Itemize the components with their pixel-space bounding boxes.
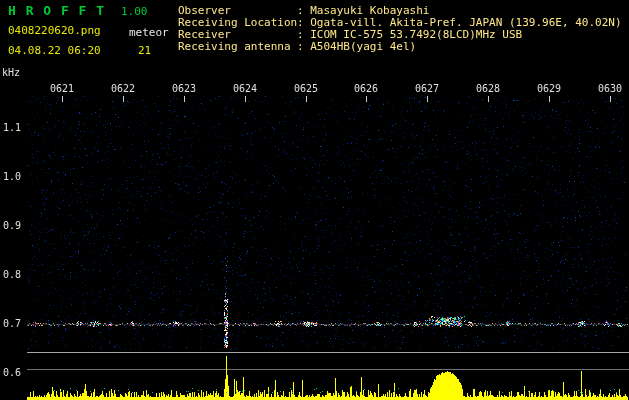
x-tick-0625: 0625 <box>293 83 319 94</box>
x-tick-0622: 0622 <box>110 83 136 94</box>
y-tick-0.9: 0.9 <box>3 220 21 231</box>
station-info-value: : A504HB(yagi 4el) <box>297 41 416 53</box>
hrofft-window: H R O F F T 1.00 0408220620.png meteor 0… <box>0 0 629 400</box>
station-info-row: Receiving antenna: A504HB(yagi 4el) <box>178 41 622 53</box>
observation-datetime: 04.08.22 06:20 <box>8 44 101 57</box>
x-tick-0630: 0630 <box>597 83 623 94</box>
station-info-label: Receiving antenna <box>178 41 297 53</box>
x-tick-0626: 0626 <box>353 83 379 94</box>
y-tick-1.1: 1.1 <box>3 122 21 133</box>
y-axis-unit-label: kHz <box>2 67 20 78</box>
x-tick-0623: 0623 <box>171 83 197 94</box>
x-tick-0627: 0627 <box>414 83 440 94</box>
output-filename: 0408220620.png <box>8 24 101 37</box>
meteor-count: 21 <box>138 44 151 57</box>
y-tick-1.0: 1.0 <box>3 171 21 182</box>
y-tick-0.7: 0.7 <box>3 318 21 329</box>
y-tick-0.8: 0.8 <box>3 269 21 280</box>
spectrogram-canvas <box>0 0 629 400</box>
x-tick-0621: 0621 <box>49 83 75 94</box>
app-version: 1.00 <box>121 5 148 18</box>
mode-label: meteor <box>129 26 169 39</box>
x-tick-0629: 0629 <box>536 83 562 94</box>
x-tick-0628: 0628 <box>475 83 501 94</box>
station-info-block: Observer: Masayuki KobayashiReceiving Lo… <box>178 5 622 53</box>
y-tick-0.6: 0.6 <box>3 367 21 378</box>
x-tick-0624: 0624 <box>232 83 258 94</box>
app-title: H R O F F T <box>8 3 105 18</box>
